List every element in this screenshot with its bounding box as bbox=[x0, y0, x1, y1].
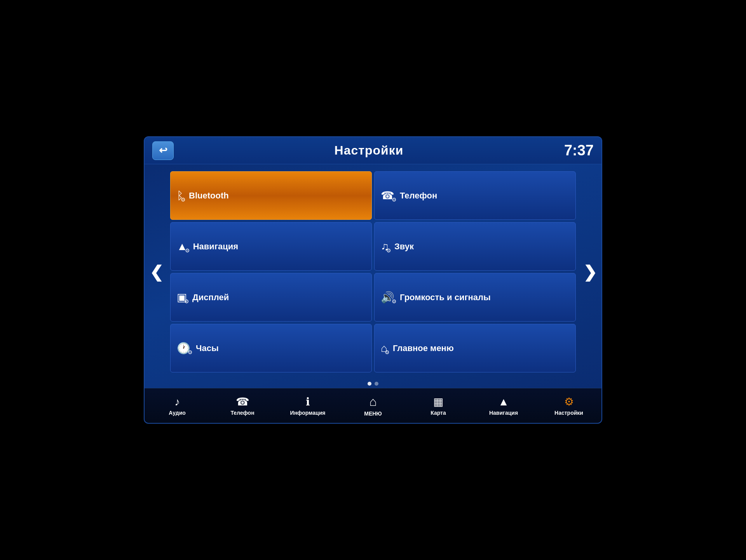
sound-settings-button[interactable]: ♫ ⚙ Звук bbox=[374, 222, 576, 271]
nav-map[interactable]: ▦ Карта bbox=[406, 388, 471, 423]
nav-info[interactable]: ℹ Информация bbox=[275, 388, 340, 423]
display-settings-button[interactable]: ▣ ⚙ Дисплей bbox=[170, 273, 372, 322]
bluetooth-button[interactable]: ᛒ ⚙ Bluetooth bbox=[170, 171, 372, 220]
display-label: Дисплей bbox=[192, 292, 229, 303]
sound-label: Звук bbox=[394, 241, 414, 252]
home-icon: ⌂ ⚙ bbox=[381, 342, 387, 355]
back-button[interactable]: ↩ bbox=[152, 141, 174, 160]
info-icon: ℹ bbox=[306, 395, 310, 408]
settings-grid: ᛒ ⚙ Bluetooth ☎ ⚙ Телефон bbox=[168, 169, 578, 375]
pagination-dot-1[interactable] bbox=[368, 382, 371, 386]
navigation-nav-label: Навигация bbox=[489, 410, 518, 416]
audio-label: Аудио bbox=[169, 410, 186, 416]
phone-nav-icon: ☎ bbox=[236, 395, 249, 408]
clock-settings-button[interactable]: 🕐 ⚙ Часы bbox=[170, 324, 372, 372]
navigation-label: Навигация bbox=[193, 241, 238, 252]
bluetooth-icon: ᛒ ⚙ bbox=[177, 190, 183, 202]
clock-icon: 🕐 ⚙ bbox=[177, 342, 190, 355]
chevron-left-icon: ❮ bbox=[150, 263, 163, 282]
bluetooth-label: Bluetooth bbox=[189, 190, 229, 201]
phone-nav-label: Телефон bbox=[230, 410, 254, 416]
info-label: Информация bbox=[290, 410, 326, 416]
phone-icon: ☎ ⚙ bbox=[381, 189, 394, 202]
header: ↩ Настройки 7:37 bbox=[145, 137, 601, 164]
main-menu-button[interactable]: ⌂ ⚙ Главное меню bbox=[374, 324, 576, 372]
navigation-settings-button[interactable]: ▲ ⚙ Навигация bbox=[170, 222, 372, 271]
car-infotainment-screen: ↩ Настройки 7:37 ❮ ᛒ ⚙ Bluetooth bbox=[144, 136, 602, 424]
volume-settings-button[interactable]: 🔊 ⚙ Громкость и сигналы bbox=[374, 273, 576, 322]
nav-arrow-icon: ▲ bbox=[498, 396, 509, 408]
menu-label: МЕНЮ bbox=[364, 410, 382, 417]
next-page-button[interactable]: ❯ bbox=[578, 169, 601, 375]
back-arrow-icon: ↩ bbox=[159, 144, 167, 157]
main-menu-label: Главное меню bbox=[393, 343, 454, 354]
navigation-icon: ▲ ⚙ bbox=[177, 240, 188, 253]
nav-settings[interactable]: ⚙ Настройки bbox=[536, 388, 601, 423]
chevron-right-icon: ❯ bbox=[583, 263, 597, 282]
page-title: Настройки bbox=[335, 143, 404, 158]
map-icon: ▦ bbox=[433, 395, 443, 408]
audio-icon: ♪ bbox=[174, 396, 180, 408]
map-label: Карта bbox=[431, 410, 446, 416]
nav-navigation[interactable]: ▲ Навигация bbox=[471, 388, 536, 423]
display-icon: ▣ ⚙ bbox=[177, 291, 187, 304]
settings-icon: ⚙ bbox=[564, 395, 574, 408]
sound-icon: ♫ ⚙ bbox=[381, 240, 389, 253]
clock-label: Часы bbox=[196, 343, 219, 354]
phone-label: Телефон bbox=[400, 190, 437, 201]
nav-menu[interactable]: ⌂ МЕНЮ bbox=[340, 388, 406, 423]
volume-label: Громкость и сигналы bbox=[400, 292, 491, 303]
phone-settings-button[interactable]: ☎ ⚙ Телефон bbox=[374, 171, 576, 220]
clock-display: 7:37 bbox=[564, 142, 594, 159]
bottom-navigation: ♪ Аудио ☎ Телефон ℹ Информация ⌂ МЕНЮ ▦ … bbox=[145, 388, 601, 423]
settings-nav-label: Настройки bbox=[554, 410, 583, 416]
main-content: ❮ ᛒ ⚙ Bluetooth ☎ ⚙ bbox=[145, 164, 601, 379]
volume-icon: 🔊 ⚙ bbox=[381, 291, 394, 304]
pagination-dot-2[interactable] bbox=[375, 382, 378, 386]
nav-audio[interactable]: ♪ Аудио bbox=[145, 388, 210, 423]
prev-page-button[interactable]: ❮ bbox=[145, 169, 168, 375]
nav-phone[interactable]: ☎ Телефон bbox=[210, 388, 275, 423]
pagination-dots bbox=[145, 379, 601, 388]
menu-icon: ⌂ bbox=[369, 395, 376, 409]
